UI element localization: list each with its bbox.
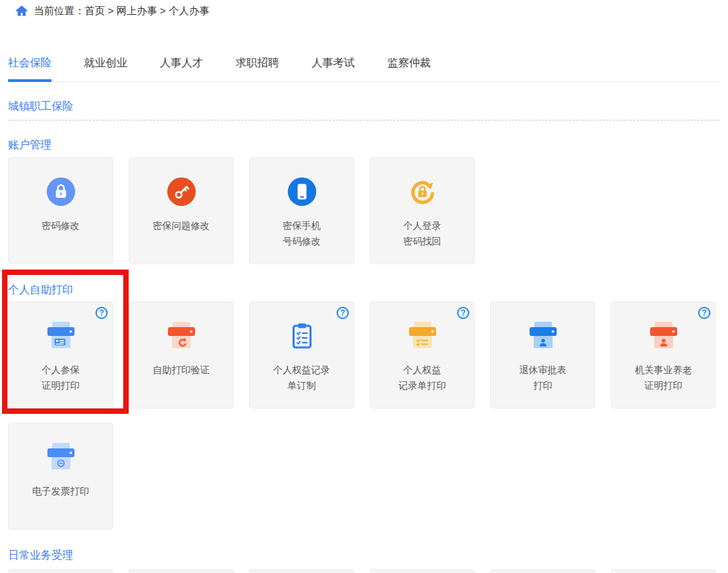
card-label: 退休审批表 打印 <box>491 362 595 394</box>
card-label: 个人权益 记录单打印 <box>370 362 474 394</box>
card-label: 密保手机 号码修改 <box>250 218 354 249</box>
help-icon[interactable]: ? <box>337 307 349 319</box>
phone-icon <box>250 175 354 209</box>
help-icon[interactable]: ? <box>457 307 469 319</box>
card-label: 密码修改 <box>9 218 112 234</box>
category-title: 城镇职工保险 <box>8 100 720 121</box>
group-title-account-management: 账户管理 <box>8 138 720 152</box>
card-label: 个人参保 证明打印 <box>9 362 112 394</box>
card-label: 密保问题修改 <box>129 218 233 234</box>
breadcrumb: 当前位置：首页 > 网上办事 > 个人办事 <box>0 0 728 18</box>
card-label: 电子发票打印 <box>9 484 112 499</box>
card-daily-business[interactable]: ? <box>611 569 716 573</box>
lock-icon <box>9 175 112 209</box>
tab-employment[interactable]: 就业创业 <box>84 56 127 82</box>
card-daily-business[interactable]: ? <box>370 569 475 573</box>
card-password-change[interactable]: 密码修改 <box>8 157 113 264</box>
printer-checklist-icon <box>370 320 474 354</box>
clipboard-checklist-icon <box>250 320 354 354</box>
card-grid-account: 密码修改 密保问题修改 密保手机 号码修改 <box>8 157 716 264</box>
password-recover-icon <box>370 175 474 209</box>
card-e-invoice-print[interactable]: 电子发票打印 <box>8 423 113 530</box>
home-icon[interactable] <box>15 4 28 18</box>
tab-personnel-talent[interactable]: 人事人才 <box>160 56 203 82</box>
card-password-recover[interactable]: 个人登录 密码找回 <box>370 157 475 264</box>
card-security-phone-change[interactable]: 密保手机 号码修改 <box>249 157 354 264</box>
card-self-print-verify[interactable]: 自助打印验证 <box>129 301 234 408</box>
printer-pension-icon <box>612 320 715 354</box>
card-label: 机关事业养老 证明打印 <box>612 362 715 394</box>
card-label: 个人登录 密码找回 <box>370 218 474 249</box>
card-pension-certificate-print[interactable]: ? 机关事业养老 证明打印 <box>611 301 716 408</box>
card-daily-business[interactable]: ? <box>490 569 595 573</box>
card-retirement-approval-print[interactable]: 退休审批表 打印 <box>490 301 595 408</box>
tab-job-recruitment[interactable]: 求职招聘 <box>236 56 279 82</box>
card-daily-business[interactable]: ? <box>8 569 113 573</box>
breadcrumb-text: 当前位置：首页 > 网上办事 > 个人办事 <box>34 5 209 18</box>
printer-idcard-icon <box>9 320 112 354</box>
printer-verify-icon <box>129 320 233 354</box>
card-grid-self-print: ? 个人参保 证明打印 <box>8 301 716 530</box>
tab-supervision-arbitration[interactable]: 监察仲裁 <box>387 56 431 82</box>
tab-bar: 社会保险 就业创业 人事人才 求职招聘 人事考试 监察仲裁 <box>8 56 720 82</box>
help-icon[interactable]: ? <box>95 307 108 319</box>
card-label: 自助打印验证 <box>129 362 233 378</box>
key-icon <box>129 175 233 209</box>
card-rights-record-print[interactable]: ? 个人权益 记录单打印 <box>370 301 475 408</box>
card-label: 个人权益记录 单订制 <box>250 362 354 394</box>
tab-social-insurance[interactable]: 社会保险 <box>8 56 51 82</box>
group-title-daily-business: 日常业务受理 <box>8 549 720 563</box>
printer-invoice-icon <box>9 441 112 475</box>
card-insurance-certificate-print[interactable]: ? 个人参保 证明打印 <box>8 301 113 408</box>
card-daily-business[interactable]: ? <box>129 569 234 573</box>
card-security-question-change[interactable]: 密保问题修改 <box>129 157 234 264</box>
help-icon[interactable]: ? <box>698 307 710 319</box>
card-grid-daily-business: ? ? ? ? ? ? <box>8 569 716 573</box>
tab-personnel-exam[interactable]: 人事考试 <box>312 56 355 82</box>
card-daily-business[interactable]: ? <box>249 569 354 573</box>
printer-person-icon <box>491 320 595 354</box>
card-rights-record-customize[interactable]: ? 个人权益记录 单订制 <box>249 301 354 408</box>
group-title-self-print: 个人自助打印 <box>8 283 720 297</box>
